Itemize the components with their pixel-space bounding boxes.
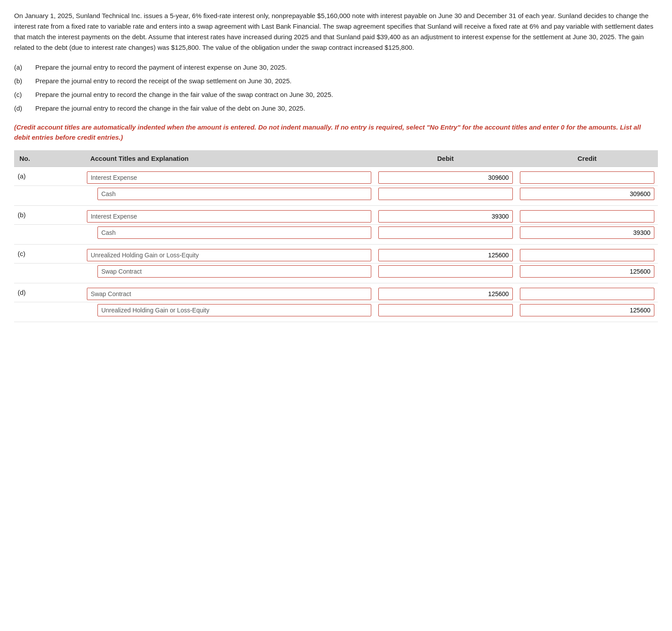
debit-cell[interactable] — [375, 264, 516, 283]
q-label-d: (d) — [14, 104, 28, 112]
q-text-d: Prepare the journal entry to record the … — [35, 104, 305, 112]
account-input[interactable] — [97, 188, 371, 200]
table-row: (d) — [14, 283, 658, 302]
account-input[interactable] — [97, 304, 371, 316]
col-account: Account Titles and Explanation — [85, 150, 375, 167]
col-debit: Debit — [375, 150, 516, 167]
row-part-label: (c) — [14, 245, 85, 264]
debit-cell[interactable] — [375, 206, 516, 225]
debit-input[interactable] — [378, 249, 513, 261]
debit-cell[interactable] — [375, 245, 516, 264]
debit-input[interactable] — [378, 188, 513, 200]
row-part-label: (d) — [14, 283, 85, 302]
credit-cell[interactable] — [516, 302, 658, 322]
account-cell[interactable] — [85, 167, 375, 186]
debit-input[interactable] — [378, 171, 513, 184]
col-credit: Credit — [516, 150, 658, 167]
instruction: (Credit account titles are automatically… — [14, 122, 658, 142]
table-row — [14, 186, 658, 206]
credit-cell[interactable] — [516, 167, 658, 186]
q-text-c: Prepare the journal entry to record the … — [35, 91, 333, 98]
question-c: (c) Prepare the journal entry to record … — [14, 91, 658, 98]
q-label-a: (a) — [14, 63, 28, 71]
account-cell[interactable] — [85, 245, 375, 264]
question-a: (a) Prepare the journal entry to record … — [14, 63, 658, 71]
debit-input[interactable] — [378, 226, 513, 239]
account-cell[interactable] — [85, 186, 375, 206]
debit-cell[interactable] — [375, 302, 516, 322]
q-text-a: Prepare the journal entry to record the … — [35, 63, 287, 71]
debit-cell[interactable] — [375, 225, 516, 245]
credit-input[interactable] — [520, 288, 654, 300]
debit-cell[interactable] — [375, 186, 516, 206]
debit-cell[interactable] — [375, 167, 516, 186]
account-input[interactable] — [97, 226, 371, 239]
account-input[interactable] — [87, 249, 371, 261]
account-input[interactable] — [97, 265, 371, 278]
account-cell[interactable] — [85, 206, 375, 225]
credit-cell[interactable] — [516, 245, 658, 264]
account-cell[interactable] — [85, 264, 375, 283]
q-text-b: Prepare the journal entry to record the … — [35, 77, 291, 85]
credit-cell[interactable] — [516, 225, 658, 245]
credit-cell[interactable] — [516, 186, 658, 206]
credit-cell[interactable] — [516, 283, 658, 302]
credit-input[interactable] — [520, 188, 654, 200]
credit-input[interactable] — [520, 265, 654, 278]
credit-input[interactable] — [520, 304, 654, 316]
credit-input[interactable] — [520, 226, 654, 239]
journal-table: No. Account Titles and Explanation Debit… — [14, 150, 658, 322]
row-part-label — [14, 186, 85, 206]
credit-input[interactable] — [520, 171, 654, 184]
debit-input[interactable] — [378, 304, 513, 316]
debit-input[interactable] — [378, 210, 513, 223]
q-label-b: (b) — [14, 77, 28, 85]
table-row — [14, 264, 658, 283]
row-part-label: (a) — [14, 167, 85, 186]
row-part-label — [14, 225, 85, 245]
account-cell[interactable] — [85, 225, 375, 245]
account-cell[interactable] — [85, 283, 375, 302]
credit-input[interactable] — [520, 210, 654, 223]
row-part-label — [14, 264, 85, 283]
debit-input[interactable] — [378, 288, 513, 300]
table-row — [14, 225, 658, 245]
row-part-label: (b) — [14, 206, 85, 225]
question-list: (a) Prepare the journal entry to record … — [14, 63, 658, 112]
table-row — [14, 302, 658, 322]
account-input[interactable] — [87, 210, 371, 223]
credit-input[interactable] — [520, 249, 654, 261]
table-row: (a) — [14, 167, 658, 186]
question-b: (b) Prepare the journal entry to record … — [14, 77, 658, 85]
col-no: No. — [14, 150, 85, 167]
table-row: (b) — [14, 206, 658, 225]
row-part-label — [14, 302, 85, 322]
debit-input[interactable] — [378, 265, 513, 278]
debit-cell[interactable] — [375, 283, 516, 302]
account-input[interactable] — [87, 171, 371, 184]
credit-cell[interactable] — [516, 206, 658, 225]
table-row: (c) — [14, 245, 658, 264]
account-input[interactable] — [87, 288, 371, 300]
question-d: (d) Prepare the journal entry to record … — [14, 104, 658, 112]
account-cell[interactable] — [85, 302, 375, 322]
q-label-c: (c) — [14, 91, 28, 98]
problem-text: On January 1, 2025, Sunland Technical In… — [14, 11, 658, 53]
credit-cell[interactable] — [516, 264, 658, 283]
